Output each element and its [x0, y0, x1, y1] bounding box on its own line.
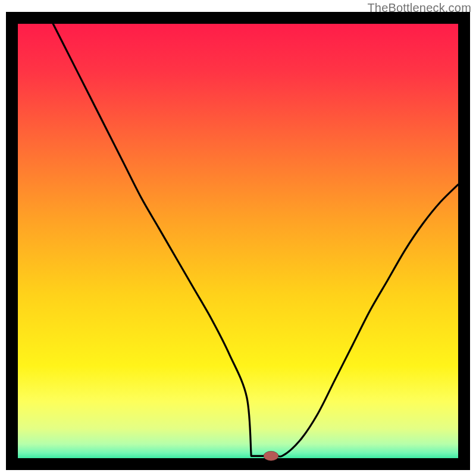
plot-background	[12, 18, 464, 464]
optimum-marker	[264, 451, 278, 461]
watermark-text: TheBottleneck.com	[367, 1, 471, 15]
chart-frame: TheBottleneck.com	[0, 0, 476, 476]
bottleneck-chart	[0, 0, 476, 476]
